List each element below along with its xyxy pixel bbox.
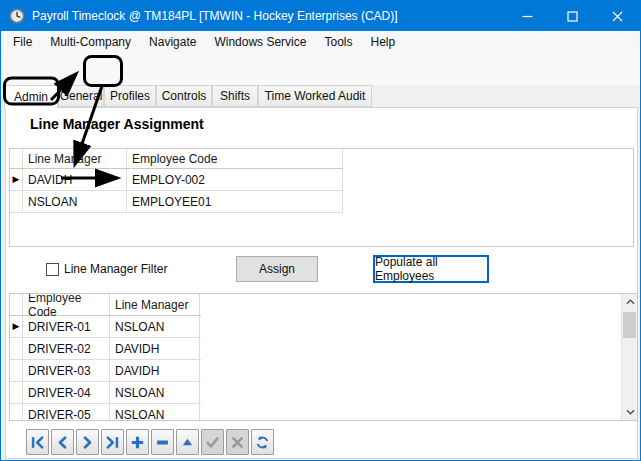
assignment-grid: Line Manager Employee Code ▶ DAVIDH EMPL… [9,148,634,247]
nav-delete-button[interactable] [151,429,174,455]
scrollbar-thumb[interactable] [623,312,636,338]
cell-line-manager: NSLOAN [110,382,200,403]
cell-employee-code: DRIVER-05 [23,404,110,421]
nav-insert-button[interactable] [126,429,149,455]
nav-post-button[interactable] [201,429,224,455]
nav-next-button[interactable] [76,429,99,455]
cell-employee-code: EMPLOY-002 [127,169,343,190]
clock-app-icon[interactable] [9,8,25,24]
scroll-down-button[interactable] [622,404,638,420]
cell-line-manager: NSLOAN [23,191,127,212]
menu-multi-company[interactable]: Multi-Company [41,31,140,53]
employee-row[interactable]: DRIVER-04 NSLOAN [10,382,201,404]
cell-line-manager: DAVIDH [23,169,127,190]
window-title: Payroll Timeclock @ TM184PL [TMWIN - Hoc… [32,9,398,23]
tab-shifts[interactable]: Shifts [212,85,258,107]
nav-edit-button[interactable] [176,429,199,455]
tab-controls[interactable]: Controls [156,85,212,107]
main-toolbar: ? ! [2,53,640,85]
employee-row[interactable]: ▶ DRIVER-01 NSLOAN [10,316,201,338]
cell-line-manager: NSLOAN [110,404,200,421]
nav-last-button[interactable] [101,429,124,455]
nav-cancel-button[interactable] [226,429,249,455]
cell-line-manager: DAVIDH [110,360,200,381]
column-header-employee-code[interactable]: Employee Code [23,294,110,315]
line-manager-filter-label: Line Manager Filter [64,263,167,276]
assign-button[interactable]: Assign [236,256,318,282]
close-icon [612,11,623,22]
cell-line-manager: NSLOAN [110,316,200,337]
tab-admin[interactable]: Admin [4,85,58,108]
cell-employee-code: DRIVER-03 [23,360,110,381]
nav-first-button[interactable] [26,429,49,455]
assignment-row-nsloan[interactable]: NSLOAN EMPLOYEE01 [10,191,343,213]
nav-prior-button[interactable] [51,429,74,455]
cell-employee-code: DRIVER-01 [23,316,110,337]
column-header-line-manager[interactable]: Line Manager [23,149,127,168]
tab-profiles[interactable]: Profiles [104,85,156,107]
employee-row[interactable]: DRIVER-02 DAVIDH [10,338,201,360]
maximize-button[interactable] [550,1,595,31]
cell-employee-code: DRIVER-04 [23,382,110,403]
column-header-employee-code[interactable]: Employee Code [127,149,343,168]
assignment-row-davidh[interactable]: ▶ DAVIDH EMPLOY-002 [10,169,343,191]
employee-row[interactable]: DRIVER-03 DAVIDH [10,360,201,382]
employee-grid-header: Employee Code Line Manager [10,294,201,316]
row-selector-marker: ▶ [13,175,20,184]
close-button[interactable] [595,1,640,31]
populate-all-employees-button[interactable]: Populate all Employees [373,255,489,283]
maximize-icon [567,11,578,22]
employee-grid: Employee Code Line Manager ▶ DRIVER-01 N… [9,293,638,421]
tab-general[interactable]: General [58,85,104,107]
minimize-icon [522,11,533,22]
scroll-up-button[interactable] [622,294,638,310]
app-window: Payroll Timeclock @ TM184PL [TMWIN - Hoc… [0,0,641,461]
column-header-line-manager[interactable]: Line Manager [110,294,200,315]
cell-employee-code: DRIVER-02 [23,338,110,359]
menu-windows-service[interactable]: Windows Service [205,31,315,53]
cell-line-manager: DAVIDH [110,338,200,359]
menu-help[interactable]: Help [361,31,404,53]
page-title: Line Manager Assignment [30,116,204,132]
employee-row[interactable]: DRIVER-05 NSLOAN [10,404,201,421]
assignment-grid-header: Line Manager Employee Code [10,149,343,169]
menu-file[interactable]: File [4,31,41,53]
menubar: File Multi-Company Navigate Windows Serv… [2,31,640,53]
menu-navigate[interactable]: Navigate [140,31,205,53]
nav-refresh-button[interactable] [251,429,274,455]
cell-employee-code: EMPLOYEE01 [127,191,343,212]
row-selector-marker: ▶ [13,322,20,331]
vertical-scrollbar[interactable] [621,294,637,420]
menu-tools[interactable]: Tools [315,31,361,53]
line-manager-filter-checkbox[interactable] [46,263,59,276]
tab-time-worked-audit[interactable]: Time Worked Audit [258,85,372,107]
titlebar: Payroll Timeclock @ TM184PL [TMWIN - Hoc… [1,1,640,31]
minimize-button[interactable] [505,1,550,31]
